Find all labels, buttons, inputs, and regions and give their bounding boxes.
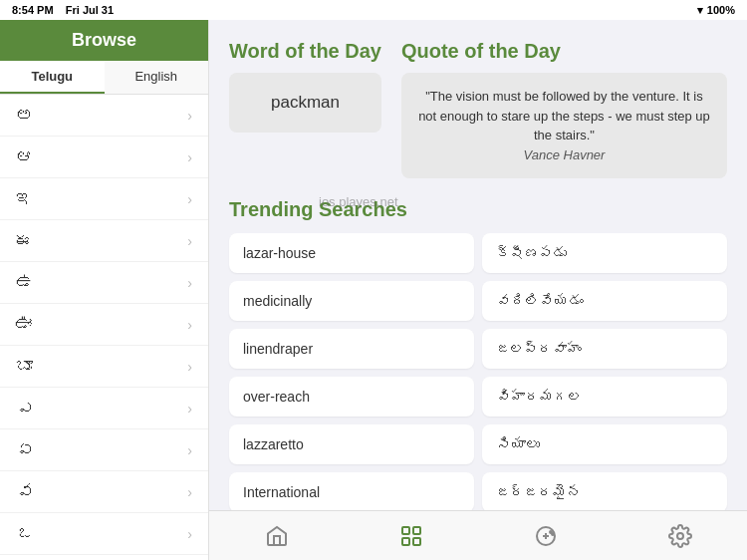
trending-grid: lazar-houseక్షీణపడుmedicinallyవదిలివేయడం… — [229, 233, 727, 510]
chevron-right-icon: › — [187, 275, 192, 291]
tab-telugu[interactable]: Telugu — [0, 61, 105, 94]
trending-item-english[interactable]: lazar-house — [229, 233, 474, 273]
word-of-day-card[interactable]: packman — [229, 73, 381, 133]
trending-item-telugu[interactable]: సియాలు — [482, 424, 727, 464]
main-content: Word of the Day packman Quote of the Day… — [209, 20, 747, 510]
sidebar-header: Browse — [0, 20, 208, 61]
trending-item-telugu[interactable]: జర్జరమైన — [482, 472, 727, 510]
chevron-right-icon: › — [187, 108, 192, 124]
status-time-date: 8:54 PM Fri Jul 31 — [12, 4, 114, 16]
trending-title: Trending Searches — [229, 198, 727, 221]
sidebar-item-label: వ — [16, 481, 34, 502]
header-row: Word of the Day packman Quote of the Day… — [229, 40, 727, 178]
quote-of-day-section: Quote of the Day "The vision must be fol… — [401, 40, 727, 178]
list-icon — [399, 524, 423, 548]
svg-rect-1 — [413, 527, 420, 534]
sidebar-item-label: అ — [16, 105, 33, 126]
sidebar: Browse Telugu English అ›ఆ›ఇ›ఈ›ఉ›ఊ›బూ›ఎ›ఏ… — [0, 20, 209, 560]
wifi-icon: ▾ — [697, 4, 703, 17]
sidebar-tabs: Telugu English — [0, 61, 208, 95]
sidebar-item-label: ఈ — [16, 230, 33, 251]
settings-icon — [668, 524, 692, 548]
games-icon — [534, 524, 558, 548]
chevron-right-icon: › — [187, 484, 192, 500]
word-of-day-section: Word of the Day packman — [229, 40, 381, 133]
tab-english[interactable]: English — [105, 61, 209, 94]
nav-browse[interactable] — [383, 518, 439, 554]
sidebar-item-label: ఒ — [16, 523, 34, 544]
svg-point-7 — [677, 533, 683, 539]
chevron-right-icon: › — [187, 149, 192, 165]
trending-item-telugu[interactable]: విహారమగల — [482, 377, 727, 417]
chevron-right-icon: › — [187, 233, 192, 249]
sidebar-item[interactable]: బూ› — [0, 346, 208, 388]
bottom-nav — [209, 510, 747, 560]
chevron-right-icon: › — [187, 442, 192, 458]
trending-item-english[interactable]: lazzaretto — [229, 424, 474, 464]
sidebar-item-label: ఎ — [16, 398, 34, 419]
sidebar-item-label: ఆ — [16, 146, 33, 167]
chevron-right-icon: › — [187, 526, 192, 542]
sidebar-item[interactable]: అ› — [0, 95, 208, 137]
right-panel: Word of the Day packman Quote of the Day… — [209, 20, 747, 560]
battery-label: 100% — [707, 4, 735, 16]
status-right: ▾ 100% — [697, 4, 735, 17]
sidebar-item[interactable]: ఒ› — [0, 513, 208, 555]
sidebar-item-label: ఉ — [16, 272, 34, 293]
svg-point-6 — [552, 533, 554, 535]
sidebar-item-label: ఇ — [16, 188, 34, 209]
trending-item-english[interactable]: over-reach — [229, 377, 474, 417]
chevron-right-icon: › — [187, 317, 192, 333]
svg-rect-3 — [413, 538, 420, 545]
sidebar-item[interactable]: ఆ› — [0, 137, 208, 178]
status-bar: 8:54 PM Fri Jul 31 ▾ 100% — [0, 0, 747, 20]
sidebar-item[interactable]: వ› — [0, 471, 208, 513]
sidebar-item-label: బూ — [16, 356, 33, 377]
app-container: Browse Telugu English అ›ఆ›ఇ›ఈ›ఉ›ఊ›బూ›ఎ›ఏ… — [0, 20, 747, 560]
nav-settings[interactable] — [652, 518, 708, 554]
sidebar-item[interactable]: ఎ› — [0, 388, 208, 429]
home-icon — [265, 524, 289, 548]
trending-item-telugu[interactable]: జలప్రవాహం — [482, 329, 727, 369]
sidebar-item[interactable]: ఉ› — [0, 262, 208, 304]
nav-home[interactable] — [249, 518, 305, 554]
trending-item-english[interactable]: medicinally — [229, 281, 474, 321]
word-of-day-title: Word of the Day — [229, 40, 381, 63]
chevron-right-icon: › — [187, 401, 192, 417]
sidebar-item[interactable]: ఏ› — [0, 429, 208, 471]
svg-rect-2 — [402, 538, 409, 545]
sidebar-item[interactable]: ఊ› — [0, 304, 208, 346]
trending-item-telugu[interactable]: వదిలివేయడం — [482, 281, 727, 321]
trending-item-telugu[interactable]: క్షీణపడు — [482, 233, 727, 273]
chevron-right-icon: › — [187, 191, 192, 207]
nav-games[interactable] — [518, 518, 574, 554]
quote-card: "The vision must be followed by the vent… — [401, 73, 727, 178]
sidebar-item[interactable]: ఇ› — [0, 178, 208, 220]
svg-rect-0 — [402, 527, 409, 534]
sidebar-item[interactable]: ఓ› — [0, 555, 208, 560]
quote-text: "The vision must be followed by the vent… — [418, 89, 710, 142]
trending-item-english[interactable]: linendraper — [229, 329, 474, 369]
quote-author: Vance Havner — [524, 147, 606, 162]
quote-of-day-title: Quote of the Day — [401, 40, 727, 63]
chevron-right-icon: › — [187, 359, 192, 375]
sidebar-item-label: ఏ — [16, 439, 34, 460]
trending-item-english[interactable]: International — [229, 472, 474, 510]
sidebar-item[interactable]: ఈ› — [0, 220, 208, 262]
sidebar-list: అ›ఆ›ఇ›ఈ›ఉ›ఊ›బూ›ఎ›ఏ›వ›ఒ›ఓ›జే›క›ఖ›గ› — [0, 95, 208, 560]
status-date: Fri Jul 31 — [66, 4, 114, 16]
status-time: 8:54 PM — [12, 4, 54, 16]
sidebar-item-label: ఊ — [16, 314, 34, 335]
